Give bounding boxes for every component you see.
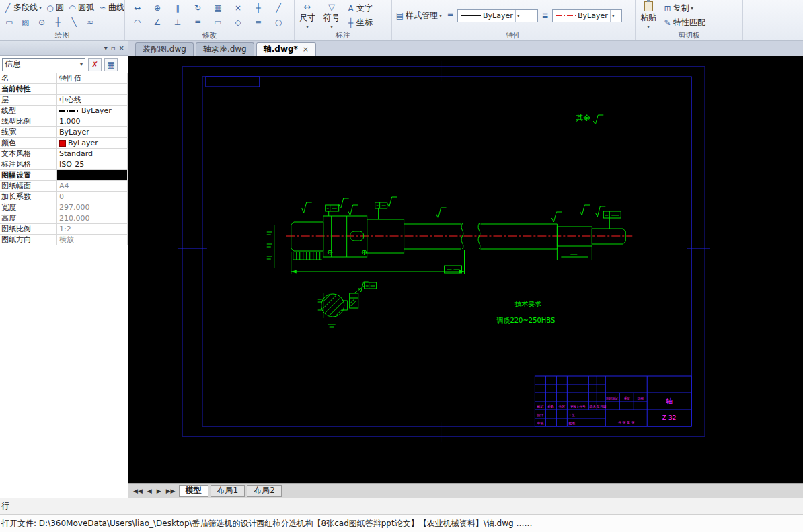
palette-empty-area xyxy=(0,245,128,498)
section-header-current[interactable]: 当前特性 xyxy=(0,84,128,95)
nav-prev-button[interactable]: ◀ xyxy=(146,488,153,494)
spline-tool-icon[interactable]: ≈ xyxy=(83,16,98,28)
symbol-button[interactable]: ▽符号▾ xyxy=(321,1,342,30)
close-icon[interactable]: × xyxy=(119,44,124,52)
nav-first-icon: ◀ xyxy=(138,488,143,494)
drawing-number: Z-32 xyxy=(662,414,677,421)
nav-next-button[interactable]: ▶ xyxy=(155,488,163,494)
tab-layout2[interactable]: 布局2 xyxy=(247,485,282,497)
layer-list-icon[interactable]: ≡ xyxy=(446,11,455,20)
symbol-icon: ▽ xyxy=(328,2,335,12)
curve-button[interactable]: ≈曲线 xyxy=(97,1,126,14)
coordinate-icon: ┼ xyxy=(346,18,355,28)
nav-last-icon: ▶ xyxy=(171,488,176,494)
arc-icon: ◠ xyxy=(68,3,77,13)
dashdot-preview xyxy=(556,15,576,16)
property-row-dim-style[interactable]: 标注风格 ISO-25 xyxy=(0,159,128,170)
clipboard-icon xyxy=(644,1,653,11)
dimension-button[interactable]: ↔尺寸▾ xyxy=(297,1,318,30)
nav-last-button[interactable]: ▶▶ xyxy=(165,488,177,494)
polyline-button[interactable]: ╱多段线▾ xyxy=(2,1,43,14)
tab-model[interactable]: 模型 xyxy=(179,485,208,497)
hatch-tool-icon[interactable]: ▨ xyxy=(18,16,33,28)
linetype-select[interactable]: ByLayer▾ xyxy=(457,9,538,22)
erase-tool-icon[interactable]: × xyxy=(231,2,245,14)
palette-toolbar: 信息▾ ✗ ▦ xyxy=(0,56,128,73)
array-tool-icon[interactable]: ▦ xyxy=(211,2,225,14)
mirror-tool-icon[interactable]: ∥ xyxy=(170,2,185,14)
property-row-height[interactable]: 高度 210.000 xyxy=(0,213,128,224)
chevron-down-icon[interactable]: ▾ xyxy=(104,44,108,52)
centerline-tool-icon[interactable]: ┼ xyxy=(50,16,65,28)
grid-view-button[interactable]: ▦ xyxy=(104,58,118,71)
grid-icon: ▦ xyxy=(107,60,114,69)
draw-group-label: 绘图 xyxy=(2,30,122,40)
filter-select[interactable]: 信息▾ xyxy=(2,58,85,71)
scale-tool-icon[interactable]: ▭ xyxy=(211,16,225,28)
text-button[interactable]: A文字 xyxy=(345,2,374,15)
ribbon-group-draw: ╱多段线▾ ○圆 ◠圆弧 ≈曲线 ▭ ▨ ⊙ ┼ ╲ ≈ 绘图 xyxy=(0,0,125,40)
match-properties-button[interactable]: ✎特性匹配 xyxy=(662,16,707,29)
stretch-tool-icon[interactable]: ≡ xyxy=(190,16,205,28)
circle-button[interactable]: ○圆 xyxy=(44,1,65,14)
paper-border xyxy=(178,61,710,442)
paste-button[interactable]: 粘贴▾ xyxy=(638,1,659,30)
copy-icon: ⊞ xyxy=(663,4,672,13)
edit-filter-button[interactable]: ✗ xyxy=(88,58,102,71)
coordinate-button[interactable]: ┼坐标 xyxy=(345,16,374,29)
document-tab[interactable]: 轴承座.dwg xyxy=(196,42,254,56)
property-row-text-style[interactable]: 文本风格 Standard xyxy=(0,149,128,159)
property-row-lineweight[interactable]: 线宽 ByLayer xyxy=(0,127,128,138)
property-row-width[interactable]: 宽度 297.000 xyxy=(0,202,128,213)
chevron-down-icon: ▾ xyxy=(330,24,333,30)
node-edit-tool-icon[interactable]: ○ xyxy=(271,16,286,28)
chevron-down-icon: ▾ xyxy=(691,5,693,11)
point-tool-icon[interactable]: ⊙ xyxy=(34,16,49,28)
title-block-label: 阶段标记 xyxy=(606,396,618,401)
arc-button[interactable]: ◠圆弧 xyxy=(67,1,95,14)
chamfer-tool-icon[interactable]: ∠ xyxy=(150,16,165,28)
rotate-tool-icon[interactable]: ↻ xyxy=(190,2,205,14)
property-row-paper-orientation[interactable]: 图纸方向 横放 xyxy=(0,235,128,245)
line-tool-icon[interactable]: ╲ xyxy=(67,16,81,28)
property-row-paper-scale[interactable]: 图纸比例 1:2 xyxy=(0,224,128,235)
drawing-viewport[interactable]: 标记 处数 分区 更改文件号 签名 年月日 设计 审核 工艺 批准 阶段标记 重… xyxy=(128,56,803,483)
lineweight-icon[interactable]: ≣ xyxy=(541,11,549,20)
property-row-lengthen-factor[interactable]: 加长系数 0 xyxy=(0,192,128,202)
break-tool-icon[interactable]: ⊥ xyxy=(170,16,185,28)
nav-first-icon: ◀ xyxy=(133,488,138,494)
property-grid-header: 名 特性值 xyxy=(0,73,128,84)
drawing-canvas[interactable]: 标记 处数 分区 更改文件号 签名 年月日 设计 审核 工艺 批准 阶段标记 重… xyxy=(128,56,803,483)
copy-button[interactable]: ⊞复制▾ xyxy=(662,2,707,15)
close-tab-icon[interactable]: × xyxy=(303,45,309,54)
title-block-label: 批准 xyxy=(568,421,575,426)
property-row-paper-size[interactable]: 图纸幅面 A4 xyxy=(0,181,128,192)
section-header-sheet[interactable]: 图幅设置 xyxy=(0,170,128,181)
offset-tool-icon[interactable]: ═ xyxy=(251,16,266,28)
title-block-label: 标记 xyxy=(536,404,543,409)
command-line[interactable]: 行 xyxy=(0,498,803,514)
palette-titlebar[interactable]: ▾ ▫ × xyxy=(0,41,128,56)
color-linetype-select[interactable]: ByLayer▾ xyxy=(552,9,622,22)
annotate-group-label: 标注 xyxy=(297,30,389,40)
document-tab[interactable]: 装配图.dwg xyxy=(135,42,194,56)
nav-first-button[interactable]: ◀◀ xyxy=(132,488,144,494)
rectangle-tool-icon[interactable]: ▭ xyxy=(2,16,17,28)
copy-tool-icon[interactable]: ⊕ xyxy=(150,2,165,14)
extend-tool-icon[interactable]: ╱ xyxy=(271,2,286,14)
property-row-linetype[interactable]: 线型 ByLayer xyxy=(0,106,128,116)
property-row-color[interactable]: 颜色 ByLayer xyxy=(0,138,128,149)
trim-tool-icon[interactable]: ┼ xyxy=(251,2,266,14)
explode-tool-icon[interactable]: ◇ xyxy=(231,16,245,28)
properties-group-label: 特性 xyxy=(394,30,633,40)
fillet-tool-icon[interactable]: ◠ xyxy=(130,16,145,28)
document-tab-active[interactable]: 轴.dwg*× xyxy=(256,42,316,56)
property-row-layer[interactable]: 层 中心线 xyxy=(0,95,128,106)
property-row-linetype-scale[interactable]: 线型比例 1.000 xyxy=(0,116,128,127)
tab-layout1[interactable]: 布局1 xyxy=(211,485,245,497)
float-window-icon[interactable]: ▫ xyxy=(111,44,116,52)
move-tool-icon[interactable]: ↔ xyxy=(130,2,145,14)
title-block-label: 共 张 第 张 xyxy=(618,420,635,425)
modify-group-label: 修改 xyxy=(127,30,292,40)
style-manager-button[interactable]: ▤样式管理▾ xyxy=(394,9,443,22)
